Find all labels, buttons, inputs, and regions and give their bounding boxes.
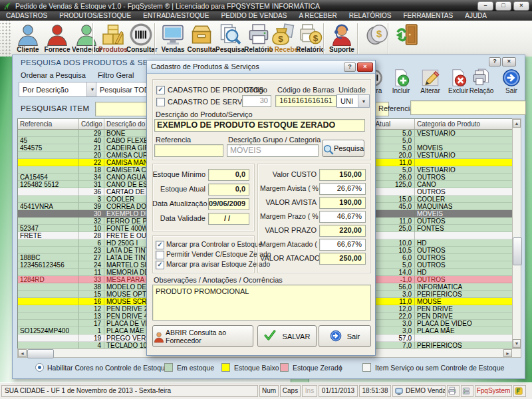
scroll-down-icon[interactable]: ▼: [513, 339, 521, 348]
menu-item-produtos-estoque[interactable]: PRODUTOS/ESTOQUE: [53, 11, 137, 21]
table-cell: [18, 298, 79, 305]
horizontal-scroll-thumb[interactable]: [27, 349, 54, 358]
table-cell: [415, 137, 513, 144]
price-field[interactable]: 250,00: [319, 253, 366, 265]
scroll-up-icon[interactable]: ▲: [513, 119, 521, 128]
table-cell: PEN DRIVE: [415, 313, 513, 320]
toolbar-consultar[interactable]: Consultar: [126, 23, 156, 56]
menu-item-relat-rios[interactable]: RELATÓRIOS: [343, 11, 398, 21]
dialog-close-button[interactable]: ×: [357, 63, 373, 72]
chevron-down-icon[interactable]: ▼: [358, 95, 369, 107]
table-cell: COOLER: [415, 196, 513, 203]
close-button[interactable]: ×: [513, 1, 529, 11]
column-header[interactable]: Código: [79, 119, 104, 130]
status-ins: Ins: [302, 385, 317, 397]
toolbar-vendas[interactable]: Vendas: [158, 23, 188, 56]
table-cell: FRETE: [18, 232, 79, 239]
minimize-button[interactable]: –: [477, 1, 493, 11]
barcode-field[interactable]: 1616161616161: [275, 95, 336, 107]
services-checkbox[interactable]: [156, 98, 165, 106]
price-field[interactable]: 66,67%: [319, 239, 366, 251]
status-printer: [447, 385, 460, 397]
action-incluir[interactable]: Incluir: [387, 68, 415, 102]
toolbar-pesquisa[interactable]: Pesquisa: [215, 23, 245, 56]
stock-field-value: 0,0: [209, 184, 249, 194]
products-checkbox[interactable]: ✓: [156, 86, 165, 94]
reference-field[interactable]: [154, 144, 223, 157]
table-cell: [18, 166, 79, 174]
action-rela-o[interactable]: Relação: [467, 68, 495, 102]
scroll-right-icon[interactable]: ►: [503, 349, 512, 357]
toolbar-cliente[interactable]: Cliente: [13, 23, 43, 56]
vertical-scroll-thumb[interactable]: [513, 237, 522, 265]
price-field[interactable]: 220,00: [319, 225, 366, 237]
search-window-help-button[interactable]: ?: [489, 57, 501, 66]
price-field[interactable]: 150,00: [319, 169, 366, 181]
svg-text:$: $: [376, 28, 382, 39]
title-bar: Pedido de Vendas & Estoque v1.0 - FpqSys…: [0, 0, 532, 11]
toolbar-fornece[interactable]: Fornece: [43, 23, 72, 56]
stock-field[interactable]: 0,0: [208, 184, 249, 196]
toolbar-exit[interactable]: [392, 23, 422, 56]
dialog-title: Cadastro de Produtos & Serviços: [151, 63, 259, 70]
scroll-left-icon[interactable]: ◄: [18, 349, 27, 357]
menu-item-ajuda[interactable]: AJUDA: [459, 11, 493, 21]
menu-item-cadastros[interactable]: CADASTROS: [0, 11, 53, 21]
price-field[interactable]: 26,67%: [319, 183, 366, 195]
table-cell: VESTUARIO: [415, 130, 513, 137]
products-icon: [101, 23, 125, 47]
search-window-close-button[interactable]: ×: [502, 57, 516, 66]
toolbar-suporte[interactable]: Suporte: [327, 23, 356, 56]
order-select[interactable]: Por Descrição ▼: [19, 82, 98, 97]
action-sair[interactable]: Sair: [497, 68, 525, 102]
toolbar-consulta[interactable]: Consulta: [187, 23, 216, 56]
table-cell: HD: [415, 269, 513, 276]
toolbar-produtos[interactable]: Produtos: [98, 23, 128, 56]
price-field[interactable]: 46,67%: [319, 211, 366, 223]
table-cell: 29: [79, 130, 104, 137]
table-cell: PEN DRIVE: [415, 305, 513, 313]
status-caps-text: Caps: [283, 386, 298, 396]
search-category-button[interactable]: Pesquisa: [322, 140, 364, 157]
action-alterar[interactable]: Alterar: [416, 68, 444, 102]
group-category-field: MÓVEIS: [227, 144, 319, 157]
maximize-button[interactable]: □: [495, 1, 511, 11]
stock-option-checkbox[interactable]: ✓: [156, 261, 164, 269]
stock-option-checkbox[interactable]: [156, 251, 164, 259]
dialog-help-button[interactable]: ?: [344, 63, 356, 72]
save-button[interactable]: SALVAR: [257, 325, 317, 347]
stock-option-checkbox[interactable]: ✓: [156, 241, 164, 249]
table-cell: CANO: [415, 181, 513, 188]
open-supplier-button[interactable]: ABRIR Consulta ao Fornecedor: [152, 325, 253, 347]
printer-money-icon: $: [299, 23, 323, 47]
toolbar-relat-rio[interactable]: $Relatório: [296, 23, 325, 56]
status-date: 01/11/2013: [319, 385, 358, 397]
table-vertical-scrollbar[interactable]: ▲ ▼: [512, 118, 521, 348]
save-label: SALVAR: [283, 332, 311, 340]
toolbar-a-receber[interactable]: $A Receber: [268, 23, 297, 56]
stock-field[interactable]: 09/06/2009: [208, 198, 249, 210]
price-field-value: 26,67%: [320, 184, 365, 194]
table-cell: MOUSE: [415, 298, 513, 305]
check-icon: [264, 329, 279, 344]
menu-item-entrada-estoque[interactable]: ENTRADA/ESTOQUE: [137, 11, 215, 21]
stock-field[interactable]: 0,0: [208, 169, 249, 181]
menu-item-ferramentas[interactable]: FERRAMENTAS: [397, 11, 459, 21]
column-header[interactable]: Categoria do Produto: [415, 119, 513, 130]
dialog-exit-button[interactable]: Sair: [319, 325, 371, 347]
column-header[interactable]: Referencia: [18, 119, 79, 130]
toolbar-vendedor[interactable]: Vendedor: [72, 23, 101, 56]
reference-filter-input[interactable]: [410, 100, 526, 115]
menu-item-pedido-de-vendas[interactable]: PEDIDO DE VENDAS: [215, 11, 293, 21]
toolbar-item-label: Relatório: [296, 46, 325, 53]
price-field[interactable]: 190,00: [319, 197, 366, 209]
enable-colors-radio[interactable]: [35, 363, 44, 372]
table-cell: [18, 247, 79, 254]
observations-textarea[interactable]: PRODUTO PROMOCIONAL: [152, 285, 371, 321]
unit-select[interactable]: UNI ▼: [336, 94, 370, 108]
description-field[interactable]: EXEMPLO DE PRODUTO ESTOQUE ZERADO: [154, 119, 365, 132]
stock-field[interactable]: / /: [208, 213, 249, 225]
menu-item-a-receber[interactable]: A RECEBER: [293, 11, 342, 21]
action-label: Relação: [467, 87, 495, 94]
table-cell: 38: [79, 283, 104, 291]
